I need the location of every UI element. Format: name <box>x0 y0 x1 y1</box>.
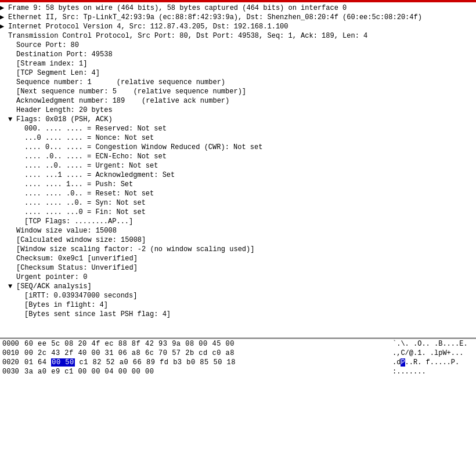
detail-line[interactable]: Urgent pointer: 0 <box>0 273 476 282</box>
detail-line-text: .... .0.. .... = ECN-Echo: Not set <box>24 152 475 161</box>
expander-icon[interactable]: ▼ <box>8 282 16 291</box>
detail-line-text: [Next sequence number: 5 (relative seque… <box>16 87 475 96</box>
detail-line-text: [SEQ/ACK analysis] <box>16 282 475 291</box>
detail-line[interactable]: Transmission Control Protocol, Src Port:… <box>0 31 476 41</box>
hex-offset: 0030 <box>2 367 24 376</box>
detail-line[interactable]: [iRTT: 0.039347000 seconds] <box>0 291 476 300</box>
detail-line-text: Acknowledgment number: 189 (relative ack… <box>16 96 475 106</box>
hex-ascii: `.\. .O.. .B....E. <box>392 339 474 349</box>
detail-line[interactable]: ▶ Frame 9: 58 bytes on wire (464 bits), … <box>0 3 476 13</box>
hex-row[interactable]: 002001 64 00 50 c1 82 52 a0 66 89 fd b3 … <box>0 358 476 367</box>
detail-line-text: [iRTT: 0.039347000 seconds] <box>24 291 475 300</box>
detail-line-text: [Calculated window size: 15008] <box>16 235 475 245</box>
hex-row[interactable]: 000060 ee 5c 08 20 4f ec 88 8f 42 93 9a … <box>0 339 476 349</box>
detail-line[interactable]: .... .... .0.. = Reset: Not set <box>0 189 476 198</box>
hex-bytes: 3a a0 e9 c1 00 00 04 00 00 00 <box>24 367 392 376</box>
detail-line-text: [TCP Flags: ........AP...] <box>24 217 475 226</box>
detail-line-text: Urgent pointer: 0 <box>16 273 475 282</box>
hex-bytes: 60 ee 5c 08 20 4f ec 88 8f 42 93 9a 08 0… <box>24 339 392 349</box>
detail-line-text: Internet Protocol Version 4, Src: 112.87… <box>8 22 475 31</box>
detail-line[interactable]: Source Port: 80 <box>0 41 476 50</box>
detail-line[interactable]: ...0 .... .... = Nonce: Not set <box>0 133 476 143</box>
detail-line-text: [Bytes sent since last PSH flag: 4] <box>24 310 475 319</box>
hex-ascii: .,C/@.1. .lpW+... <box>392 349 474 358</box>
detail-line[interactable]: Window size value: 15008 <box>0 226 476 235</box>
detail-line[interactable]: Header Length: 20 bytes <box>0 106 476 115</box>
hex-ascii: :....... <box>392 367 474 376</box>
hex-offset: 0000 <box>2 339 24 349</box>
hex-panel: 000060 ee 5c 08 20 4f ec 88 8f 42 93 9a … <box>0 339 476 376</box>
hex-highlight: 00 50 <box>51 358 75 367</box>
hex-row[interactable]: 00303a a0 e9 c1 00 00 04 00 00 00:......… <box>0 367 476 376</box>
detail-line[interactable]: .... .... ..0. = Syn: Not set <box>0 198 476 208</box>
detail-line[interactable]: [Bytes sent since last PSH flag: 4] <box>0 310 476 319</box>
detail-line-text: [Stream index: 1] <box>16 59 475 68</box>
detail-line[interactable]: [Window size scaling factor: -2 (no wind… <box>0 245 476 254</box>
hex-bytes: 01 64 00 50 c1 82 52 a0 66 89 fd b3 b0 8… <box>24 358 392 367</box>
detail-line-text: .... ..0. .... = Urgent: Not set <box>24 161 475 171</box>
hex-row[interactable]: 001000 2c 43 2f 40 00 31 06 a8 6c 70 57 … <box>0 349 476 358</box>
detail-line[interactable]: [Bytes in flight: 4] <box>0 300 476 310</box>
detail-line-text: Checksum: 0xe9c1 [unverified] <box>16 254 475 263</box>
detail-line-text: .... ...1 .... = Acknowledgment: Set <box>24 171 475 180</box>
detail-line[interactable]: .... .... 1... = Push: Set <box>0 180 476 189</box>
detail-line-text: ...0 .... .... = Nonce: Not set <box>24 133 475 143</box>
detail-line-text: [TCP Segment Len: 4] <box>16 68 475 78</box>
expander-icon[interactable]: ▶ <box>0 13 8 22</box>
detail-line[interactable]: ▼ [SEQ/ACK analysis] <box>0 282 476 291</box>
detail-line-text: .... .... ..0. = Syn: Not set <box>24 198 475 208</box>
detail-line[interactable]: Acknowledgment number: 189 (relative ack… <box>0 96 476 106</box>
detail-line[interactable]: [TCP Flags: ........AP...] <box>0 217 476 226</box>
detail-line[interactable]: ▶ Internet Protocol Version 4, Src: 112.… <box>0 22 476 31</box>
detail-line-text: Window size value: 15008 <box>16 226 475 235</box>
packet-detail-panel[interactable]: ▶ Frame 9: 58 bytes on wire (464 bits), … <box>0 2 476 339</box>
detail-line[interactable]: [Checksum Status: Unverified] <box>0 263 476 273</box>
ascii-highlight: P <box>401 358 405 367</box>
expander-icon[interactable]: ▼ <box>8 115 16 124</box>
hex-offset: 0020 <box>2 358 24 367</box>
detail-line[interactable]: .... 0... .... = Congestion Window Reduc… <box>0 143 476 152</box>
detail-line[interactable]: ▼ Flags: 0x018 (PSH, ACK) <box>0 115 476 124</box>
detail-line[interactable]: [Stream index: 1] <box>0 59 476 68</box>
detail-line-text: .... 0... .... = Congestion Window Reduc… <box>24 143 475 152</box>
detail-line[interactable]: [Next sequence number: 5 (relative seque… <box>0 87 476 96</box>
detail-line-text: [Bytes in flight: 4] <box>24 300 475 310</box>
detail-line[interactable]: .... ...1 .... = Acknowledgment: Set <box>0 171 476 180</box>
detail-line[interactable]: 000. .... .... = Reserved: Not set <box>0 124 476 133</box>
detail-line[interactable]: Sequence number: 1 (relative sequence nu… <box>0 78 476 87</box>
detail-line[interactable]: ▶ Ethernet II, Src: Tp-LinkT_42:93:9a (e… <box>0 13 476 22</box>
detail-line-text: [Window size scaling factor: -2 (no wind… <box>16 245 475 254</box>
detail-line[interactable]: .... .0.. .... = ECN-Echo: Not set <box>0 152 476 161</box>
detail-line-text: Transmission Control Protocol, Src Port:… <box>8 31 475 41</box>
detail-line[interactable]: [TCP Segment Len: 4] <box>0 68 476 78</box>
detail-line-text: [Checksum Status: Unverified] <box>16 263 475 273</box>
detail-line[interactable]: [Calculated window size: 15008] <box>0 235 476 245</box>
detail-line[interactable]: Destination Port: 49538 <box>0 50 476 59</box>
detail-line[interactable]: .... .... ...0 = Fin: Not set <box>0 208 476 217</box>
hex-ascii: .dP..R. f.....P. <box>392 358 474 367</box>
detail-line-text: .... .... ...0 = Fin: Not set <box>24 208 475 217</box>
expander-icon[interactable]: ▶ <box>0 22 8 31</box>
detail-line-text: Source Port: 80 <box>16 41 475 50</box>
detail-line-text: Flags: 0x018 (PSH, ACK) <box>16 115 475 124</box>
detail-line-text: Destination Port: 49538 <box>16 50 475 59</box>
detail-line-text: Header Length: 20 bytes <box>16 106 475 115</box>
detail-line-text: .... .... .0.. = Reset: Not set <box>24 189 475 198</box>
detail-line[interactable]: .... ..0. .... = Urgent: Not set <box>0 161 476 171</box>
detail-line-text: Frame 9: 58 bytes on wire (464 bits), 58… <box>8 3 475 13</box>
detail-line-text: .... .... 1... = Push: Set <box>24 180 475 189</box>
detail-line[interactable]: Checksum: 0xe9c1 [unverified] <box>0 254 476 263</box>
hex-bytes: 00 2c 43 2f 40 00 31 06 a8 6c 70 57 2b c… <box>24 349 392 358</box>
hex-offset: 0010 <box>2 349 24 358</box>
expander-icon[interactable]: ▶ <box>0 3 8 13</box>
detail-line-text: 000. .... .... = Reserved: Not set <box>24 124 475 133</box>
detail-line-text: Sequence number: 1 (relative sequence nu… <box>16 78 475 87</box>
detail-line-text: Ethernet II, Src: Tp-LinkT_42:93:9a (ec:… <box>8 13 475 22</box>
